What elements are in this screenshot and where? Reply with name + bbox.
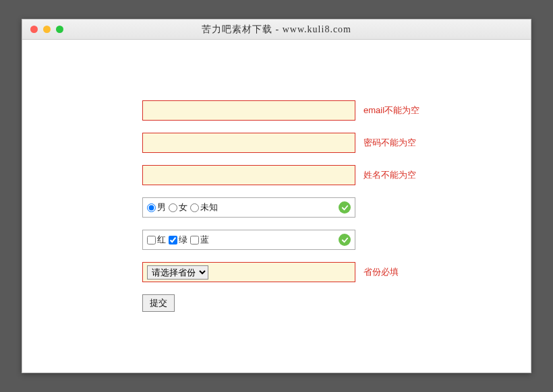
gender-unknown-radio[interactable] [190,203,199,212]
minimize-icon[interactable] [43,26,51,33]
email-error: email不能为空 [363,104,419,117]
email-input[interactable] [147,106,351,116]
password-error: 密码不能为空 [363,137,416,149]
email-row: email不能为空 [142,100,531,121]
province-error: 省份必填 [363,266,399,278]
color-green-option[interactable]: 绿 [169,234,187,246]
app-window: 苦力吧素材下载 - www.kuli8.com email不能为空 密码不能为空 [22,19,531,373]
color-group: 红 绿 蓝 [142,230,355,250]
gender-male-option[interactable]: 男 [147,201,166,214]
window-title: 苦力吧素材下载 - www.kuli8.com [22,24,531,36]
gender-female-label: 女 [179,201,187,214]
content-area: email不能为空 密码不能为空 姓名不能为空 男 [22,40,531,372]
gender-female-option[interactable]: 女 [169,201,187,214]
gender-unknown-option[interactable]: 未知 [190,201,218,214]
window-controls [30,26,63,33]
email-field-wrapper [142,100,355,121]
password-row: 密码不能为空 [142,133,531,153]
color-blue-checkbox[interactable] [190,236,199,244]
name-field-wrapper [142,165,355,185]
submit-row: 提交 [142,294,531,312]
color-blue-option[interactable]: 蓝 [190,234,209,246]
color-blue-label: 蓝 [200,234,209,246]
gender-male-label: 男 [157,201,166,214]
form: email不能为空 密码不能为空 姓名不能为空 男 [142,100,531,312]
maximize-icon[interactable] [56,26,63,33]
titlebar: 苦力吧素材下载 - www.kuli8.com [22,20,531,40]
check-icon [339,201,351,214]
submit-button[interactable]: 提交 [142,294,175,312]
gender-unknown-label: 未知 [200,201,218,214]
color-row: 红 绿 蓝 [142,230,531,250]
province-select[interactable]: 请选择省份 [147,265,208,280]
name-error: 姓名不能为空 [363,169,416,181]
gender-row: 男 女 未知 [142,197,531,218]
name-input[interactable] [147,170,351,181]
check-icon [339,234,351,246]
gender-male-radio[interactable] [147,203,156,212]
color-red-checkbox[interactable] [147,236,156,244]
color-red-label: 红 [157,234,166,246]
color-green-checkbox[interactable] [169,236,177,244]
province-row: 请选择省份 省份必填 [142,262,531,282]
color-green-label: 绿 [179,234,187,246]
close-icon[interactable] [30,26,38,33]
gender-group: 男 女 未知 [142,197,355,218]
name-row: 姓名不能为空 [142,165,531,185]
gender-female-radio[interactable] [169,203,177,212]
password-input[interactable] [147,138,351,148]
province-field-wrapper: 请选择省份 [142,262,355,282]
color-red-option[interactable]: 红 [147,234,166,246]
password-field-wrapper [142,133,355,153]
